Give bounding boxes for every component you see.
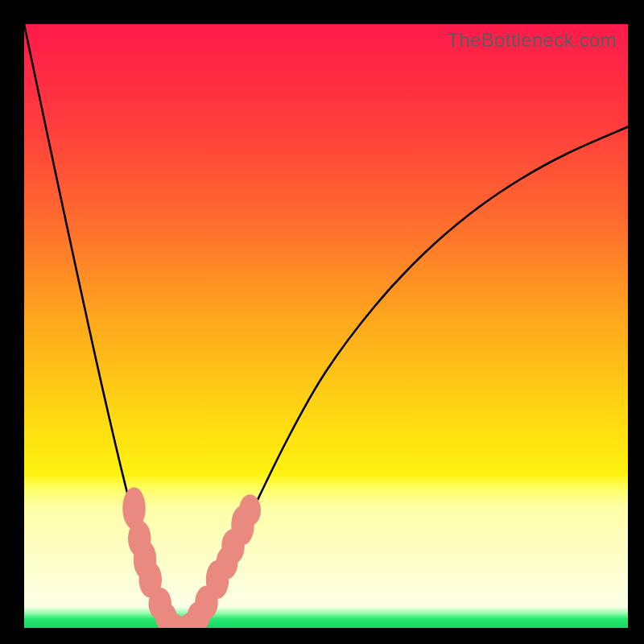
- highlight-dots: [122, 487, 261, 628]
- plot-area: TheBottleneck.com: [24, 24, 628, 628]
- curve-layer: [24, 24, 628, 628]
- watermark-text: TheBottleneck.com: [447, 29, 617, 52]
- bottleneck-curve: [24, 24, 628, 628]
- highlight-dot: [239, 494, 261, 526]
- chart-frame: TheBottleneck.com: [0, 0, 644, 644]
